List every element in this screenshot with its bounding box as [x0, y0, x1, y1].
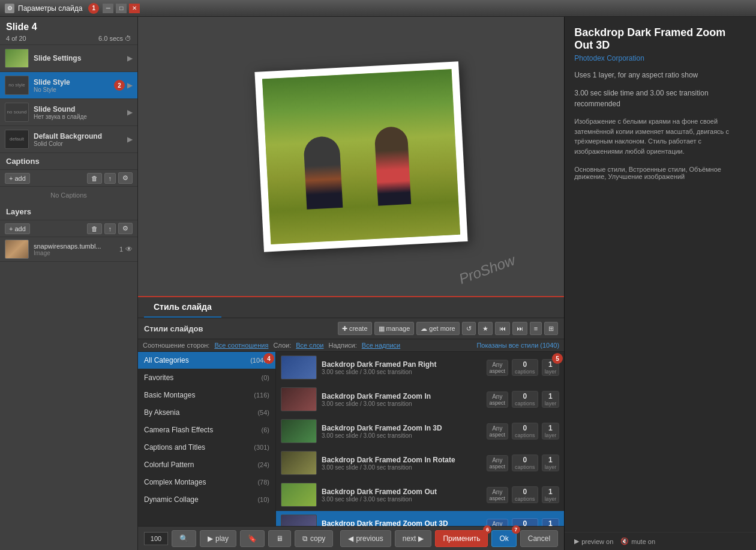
default-background-item[interactable]: default Default Background Solid Color ▶	[0, 126, 137, 153]
styles-tab[interactable]: Стиль слайда	[144, 297, 221, 318]
category-item-7[interactable]: Complex Montages(78)	[138, 474, 275, 491]
cancel-button[interactable]: Cancel	[520, 530, 558, 547]
styles-tab-area: Стиль слайда	[138, 297, 564, 318]
bookmark-button[interactable]: 🔖	[240, 530, 265, 547]
plus-create-icon: ✚	[342, 325, 347, 333]
slide-style-sublabel: No Style	[34, 86, 114, 93]
layers-section-header: Layers	[0, 204, 137, 220]
category-item-0[interactable]: All Categories(1040)	[138, 352, 275, 369]
mute-icon: 🔇	[620, 537, 629, 545]
captions-delete-button[interactable]: 🗑	[87, 173, 102, 184]
style-item-3[interactable]: Backdrop Dark Framed Zoom In Rotate3.00 …	[276, 447, 564, 479]
girl-right	[374, 125, 412, 205]
style-item-4[interactable]: Backdrop Dark Framed Zoom Out3.00 sec sl…	[276, 479, 564, 511]
default-background-text: Default Background Solid Color	[34, 132, 127, 147]
slide-settings-label: Slide Settings	[34, 54, 127, 62]
category-item-4[interactable]: Camera Flash Effects(6)	[138, 422, 275, 439]
layers-add-button[interactable]: + add	[5, 223, 30, 234]
apply-button[interactable]: Применить	[435, 530, 488, 547]
layers-plus-icon: +	[9, 225, 13, 232]
clock-icon[interactable]: ⏱	[125, 35, 131, 42]
style-item-2[interactable]: Backdrop Dark Framed Zoom In 3D3.00 sec …	[276, 416, 564, 447]
maximize-button[interactable]: □	[116, 4, 127, 13]
refresh-button[interactable]: ↺	[462, 322, 476, 335]
style-thumb-3	[281, 451, 317, 475]
category-item-2[interactable]: Basic Montages(116)	[138, 387, 275, 404]
mute-on-button[interactable]: 🔇 mute on	[620, 537, 655, 545]
category-name-7: Complex Montages	[144, 478, 206, 486]
slide-meta: 4 of 20 6.0 secs ⏱	[6, 35, 131, 42]
slide-style-text: Slide Style No Style	[34, 78, 114, 93]
prev-style-button[interactable]: ⏮	[495, 322, 510, 335]
get-more-button[interactable]: ☁ get more	[416, 322, 459, 335]
screen-button[interactable]: 🖥	[268, 530, 291, 547]
zoom-search-button[interactable]: 🔍	[172, 530, 196, 547]
style-item-5[interactable]: Backdrop Dark Framed Zoom Out 3D3.00 sec…	[276, 511, 564, 526]
layers-filter-label: Слои:	[273, 342, 291, 349]
manage-button[interactable]: ▦ manage	[374, 322, 415, 335]
layer-item[interactable]: snapwiresnaps.tumbl... Image 1 👁	[0, 237, 137, 262]
slide-style-item[interactable]: no style Slide Style No Style 2 ▶	[0, 72, 137, 99]
preview-on-button[interactable]: ▶ preview on	[574, 537, 613, 545]
slide-settings-item[interactable]: Slide Settings ▶	[0, 45, 137, 72]
category-count-1: (0)	[262, 374, 269, 381]
styles-content: 4 All Categories(1040)Favorites(0)Basic …	[138, 352, 564, 526]
list-view-button[interactable]: ≡	[530, 322, 542, 335]
layers-settings-button[interactable]: ⚙	[118, 223, 133, 234]
style-item-0[interactable]: Backdrop Dark Framed Pan Right3.00 sec s…	[276, 352, 564, 384]
grid-view-button[interactable]: ⊞	[544, 322, 558, 335]
slide-sound-sublabel: Нет звука в слайде	[34, 113, 127, 120]
captions-settings-button[interactable]: ⚙	[118, 172, 133, 184]
star-button[interactable]: ★	[478, 322, 493, 335]
titlebar-badge: 1	[88, 3, 99, 14]
close-button[interactable]: ✕	[129, 4, 140, 13]
next-button[interactable]: next ▶	[395, 530, 432, 547]
stat-any-2: Anyaspect	[487, 423, 509, 440]
create-button[interactable]: ✚ create	[338, 322, 372, 335]
captions-filter-link[interactable]: Все надписи	[362, 342, 400, 349]
category-item-1[interactable]: Favorites(0)	[138, 369, 275, 387]
styles-badge-5: 5	[552, 353, 563, 364]
layers-up-button[interactable]: ↑	[104, 223, 116, 234]
slide-sound-item[interactable]: no sound Slide Sound Нет звука в слайде …	[0, 99, 137, 126]
previous-button[interactable]: ◀ previous	[340, 530, 391, 547]
layers-delete-button[interactable]: 🗑	[87, 223, 102, 234]
play-button[interactable]: ▶ play	[200, 530, 236, 547]
slide-style-badge: 2	[114, 80, 125, 91]
minimize-button[interactable]: ─	[103, 4, 113, 13]
category-item-8[interactable]: Dynamic Collage(10)	[138, 491, 275, 509]
slide-sound-arrow: ▶	[127, 108, 133, 116]
stat-any-3: Anyaspect	[487, 455, 509, 471]
style-item-1[interactable]: Backdrop Dark Framed Zoom In3.00 sec sli…	[276, 384, 564, 416]
category-name-4: Camera Flash Effects	[144, 426, 213, 434]
style-desc-en1: Uses 1 layer, for any aspect ratio show	[574, 70, 746, 80]
slide-image-frame	[254, 61, 467, 252]
default-background-arrow: ▶	[127, 135, 133, 144]
stat-any-4: Anyaspect	[487, 487, 509, 503]
layer-number: 1	[119, 246, 123, 253]
style-meta-1: 3.00 sec slide / 3.00 sec transition	[322, 400, 487, 407]
style-company: Photodex Corporation	[574, 54, 746, 62]
slide-style-icon: no style	[5, 76, 29, 95]
style-meta-0: 3.00 sec slide / 3.00 sec transition	[322, 369, 487, 375]
slide-style-label: Slide Style	[34, 78, 114, 86]
categories-list: 4 All Categories(1040)Favorites(0)Basic …	[138, 352, 276, 526]
center-panel: ProShow Стиль слайда Стили слайдов ✚ cre…	[138, 17, 564, 550]
default-background-sublabel: Solid Color	[34, 141, 127, 147]
captions-up-button[interactable]: ↑	[104, 173, 116, 184]
zoom-input[interactable]	[144, 532, 168, 545]
aspect-filter-link[interactable]: Все соотношения	[214, 342, 268, 349]
next-style-button[interactable]: ⏭	[512, 322, 527, 335]
girl-left	[303, 135, 343, 209]
categories-container: All Categories(1040)Favorites(0)Basic Mo…	[138, 352, 275, 509]
captions-add-button[interactable]: + add	[5, 173, 30, 184]
category-item-5[interactable]: Captions and Titles(301)	[138, 439, 275, 456]
eye-icon[interactable]: 👁	[125, 245, 133, 253]
slide-duration: 6.0 secs	[98, 35, 123, 42]
copy-button[interactable]: ⧉ copy	[295, 530, 333, 547]
layers-filter-link[interactable]: Все слои	[296, 342, 323, 349]
styles-toolbar: ✚ create ▦ manage ☁ get more ↺ ★ ⏮ ⏭	[338, 322, 558, 335]
slide-image-inner	[262, 68, 460, 244]
category-item-3[interactable]: By Aksenia(54)	[138, 404, 275, 422]
category-item-6[interactable]: Colorful Pattern(24)	[138, 456, 275, 474]
